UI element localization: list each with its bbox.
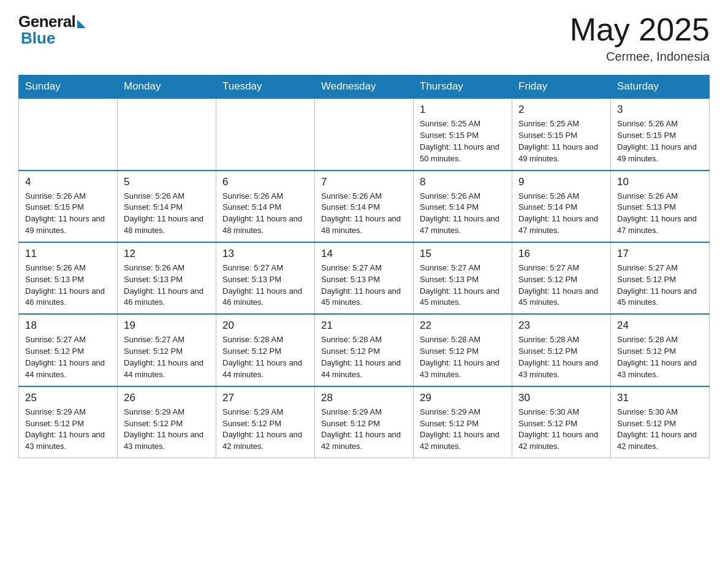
day-info: Sunrise: 5:26 AM Sunset: 5:14 PM Dayligh… xyxy=(321,191,407,237)
day-number: 6 xyxy=(222,176,308,188)
day-info: Sunrise: 5:30 AM Sunset: 5:12 PM Dayligh… xyxy=(518,407,604,453)
day-info: Sunrise: 5:26 AM Sunset: 5:15 PM Dayligh… xyxy=(25,191,111,237)
calendar-cell: 3Sunrise: 5:26 AM Sunset: 5:15 PM Daylig… xyxy=(611,98,710,170)
day-info: Sunrise: 5:27 AM Sunset: 5:12 PM Dayligh… xyxy=(617,262,703,308)
calendar-cell: 15Sunrise: 5:27 AM Sunset: 5:13 PM Dayli… xyxy=(414,242,512,314)
day-number: 7 xyxy=(321,176,407,188)
day-number: 21 xyxy=(321,320,407,332)
day-number: 31 xyxy=(617,392,703,404)
title-block: May 2025 Cermee, Indonesia xyxy=(570,12,710,64)
calendar-cell: 7Sunrise: 5:26 AM Sunset: 5:14 PM Daylig… xyxy=(315,170,414,242)
day-number: 30 xyxy=(518,392,604,404)
day-info: Sunrise: 5:26 AM Sunset: 5:14 PM Dayligh… xyxy=(420,191,506,237)
calendar-cell: 26Sunrise: 5:29 AM Sunset: 5:12 PM Dayli… xyxy=(118,386,216,458)
week-row-2: 4Sunrise: 5:26 AM Sunset: 5:15 PM Daylig… xyxy=(19,170,710,242)
day-number: 24 xyxy=(617,320,703,332)
location-text: Cermee, Indonesia xyxy=(570,50,710,64)
day-number: 29 xyxy=(420,392,506,404)
day-info: Sunrise: 5:26 AM Sunset: 5:13 PM Dayligh… xyxy=(617,191,703,237)
calendar-cell: 21Sunrise: 5:28 AM Sunset: 5:12 PM Dayli… xyxy=(315,314,414,386)
day-number: 28 xyxy=(321,392,407,404)
day-number: 17 xyxy=(617,248,703,260)
day-info: Sunrise: 5:27 AM Sunset: 5:13 PM Dayligh… xyxy=(420,262,506,308)
day-info: Sunrise: 5:26 AM Sunset: 5:13 PM Dayligh… xyxy=(124,262,210,308)
week-row-5: 25Sunrise: 5:29 AM Sunset: 5:12 PM Dayli… xyxy=(19,386,710,458)
day-number: 14 xyxy=(321,248,407,260)
page-header: General Blue May 2025 Cermee, Indonesia xyxy=(18,12,710,64)
day-number: 13 xyxy=(222,248,308,260)
calendar-cell: 18Sunrise: 5:27 AM Sunset: 5:12 PM Dayli… xyxy=(19,314,118,386)
day-info: Sunrise: 5:29 AM Sunset: 5:12 PM Dayligh… xyxy=(124,407,210,453)
day-info: Sunrise: 5:25 AM Sunset: 5:15 PM Dayligh… xyxy=(420,118,506,164)
calendar-cell: 12Sunrise: 5:26 AM Sunset: 5:13 PM Dayli… xyxy=(118,242,216,314)
week-row-4: 18Sunrise: 5:27 AM Sunset: 5:12 PM Dayli… xyxy=(19,314,710,386)
day-info: Sunrise: 5:28 AM Sunset: 5:12 PM Dayligh… xyxy=(518,334,604,380)
logo: General Blue xyxy=(18,12,86,48)
day-number: 20 xyxy=(222,320,308,332)
day-info: Sunrise: 5:26 AM Sunset: 5:14 PM Dayligh… xyxy=(222,191,308,237)
calendar-cell: 10Sunrise: 5:26 AM Sunset: 5:13 PM Dayli… xyxy=(611,170,710,242)
day-info: Sunrise: 5:27 AM Sunset: 5:13 PM Dayligh… xyxy=(222,262,308,308)
day-number: 12 xyxy=(124,248,210,260)
calendar-cell: 24Sunrise: 5:28 AM Sunset: 5:12 PM Dayli… xyxy=(611,314,710,386)
day-number: 22 xyxy=(420,320,506,332)
calendar-cell: 11Sunrise: 5:26 AM Sunset: 5:13 PM Dayli… xyxy=(19,242,118,314)
day-number: 19 xyxy=(124,320,210,332)
day-info: Sunrise: 5:28 AM Sunset: 5:12 PM Dayligh… xyxy=(222,334,308,380)
calendar-cell: 22Sunrise: 5:28 AM Sunset: 5:12 PM Dayli… xyxy=(414,314,512,386)
calendar-cell xyxy=(216,98,315,170)
calendar-header-sunday: Sunday xyxy=(19,75,118,99)
day-number: 27 xyxy=(222,392,308,404)
day-info: Sunrise: 5:28 AM Sunset: 5:12 PM Dayligh… xyxy=(420,334,506,380)
calendar-cell: 14Sunrise: 5:27 AM Sunset: 5:13 PM Dayli… xyxy=(315,242,414,314)
calendar-header-thursday: Thursday xyxy=(414,75,512,99)
day-info: Sunrise: 5:27 AM Sunset: 5:12 PM Dayligh… xyxy=(25,334,111,380)
day-info: Sunrise: 5:28 AM Sunset: 5:12 PM Dayligh… xyxy=(617,334,703,380)
day-info: Sunrise: 5:27 AM Sunset: 5:12 PM Dayligh… xyxy=(518,262,604,308)
day-number: 5 xyxy=(124,176,210,188)
calendar-header-monday: Monday xyxy=(118,75,216,99)
calendar-cell: 20Sunrise: 5:28 AM Sunset: 5:12 PM Dayli… xyxy=(216,314,315,386)
calendar-cell: 13Sunrise: 5:27 AM Sunset: 5:13 PM Dayli… xyxy=(216,242,315,314)
calendar-cell: 4Sunrise: 5:26 AM Sunset: 5:15 PM Daylig… xyxy=(19,170,118,242)
day-info: Sunrise: 5:29 AM Sunset: 5:12 PM Dayligh… xyxy=(222,407,308,453)
calendar-cell: 17Sunrise: 5:27 AM Sunset: 5:12 PM Dayli… xyxy=(611,242,710,314)
day-info: Sunrise: 5:28 AM Sunset: 5:12 PM Dayligh… xyxy=(321,334,407,380)
day-info: Sunrise: 5:25 AM Sunset: 5:15 PM Dayligh… xyxy=(518,118,604,164)
day-number: 3 xyxy=(617,104,703,116)
day-number: 10 xyxy=(617,176,703,188)
calendar-header-row: SundayMondayTuesdayWednesdayThursdayFrid… xyxy=(19,75,710,99)
logo-arrow-icon xyxy=(77,20,86,28)
week-row-1: 1Sunrise: 5:25 AM Sunset: 5:15 PM Daylig… xyxy=(19,98,710,170)
calendar-table: SundayMondayTuesdayWednesdayThursdayFrid… xyxy=(18,75,710,458)
calendar-cell: 19Sunrise: 5:27 AM Sunset: 5:12 PM Dayli… xyxy=(118,314,216,386)
day-number: 15 xyxy=(420,248,506,260)
calendar-cell: 29Sunrise: 5:29 AM Sunset: 5:12 PM Dayli… xyxy=(414,386,512,458)
day-number: 4 xyxy=(25,176,111,188)
day-info: Sunrise: 5:29 AM Sunset: 5:12 PM Dayligh… xyxy=(420,407,506,453)
logo-blue-text: Blue xyxy=(18,29,55,48)
day-info: Sunrise: 5:26 AM Sunset: 5:14 PM Dayligh… xyxy=(124,191,210,237)
calendar-cell: 25Sunrise: 5:29 AM Sunset: 5:12 PM Dayli… xyxy=(19,386,118,458)
day-info: Sunrise: 5:27 AM Sunset: 5:13 PM Dayligh… xyxy=(321,262,407,308)
calendar-cell: 30Sunrise: 5:30 AM Sunset: 5:12 PM Dayli… xyxy=(512,386,611,458)
calendar-cell: 9Sunrise: 5:26 AM Sunset: 5:14 PM Daylig… xyxy=(512,170,611,242)
month-title: May 2025 xyxy=(570,12,710,47)
calendar-cell: 6Sunrise: 5:26 AM Sunset: 5:14 PM Daylig… xyxy=(216,170,315,242)
week-row-3: 11Sunrise: 5:26 AM Sunset: 5:13 PM Dayli… xyxy=(19,242,710,314)
calendar-cell: 31Sunrise: 5:30 AM Sunset: 5:12 PM Dayli… xyxy=(611,386,710,458)
day-number: 26 xyxy=(124,392,210,404)
calendar-cell: 27Sunrise: 5:29 AM Sunset: 5:12 PM Dayli… xyxy=(216,386,315,458)
day-number: 23 xyxy=(518,320,604,332)
day-number: 18 xyxy=(25,320,111,332)
calendar-header-wednesday: Wednesday xyxy=(315,75,414,99)
calendar-cell: 2Sunrise: 5:25 AM Sunset: 5:15 PM Daylig… xyxy=(512,98,611,170)
day-info: Sunrise: 5:29 AM Sunset: 5:12 PM Dayligh… xyxy=(321,407,407,453)
calendar-cell xyxy=(19,98,118,170)
calendar-cell xyxy=(118,98,216,170)
day-number: 25 xyxy=(25,392,111,404)
day-info: Sunrise: 5:26 AM Sunset: 5:13 PM Dayligh… xyxy=(25,262,111,308)
day-number: 9 xyxy=(518,176,604,188)
day-info: Sunrise: 5:26 AM Sunset: 5:14 PM Dayligh… xyxy=(518,191,604,237)
calendar-cell xyxy=(315,98,414,170)
